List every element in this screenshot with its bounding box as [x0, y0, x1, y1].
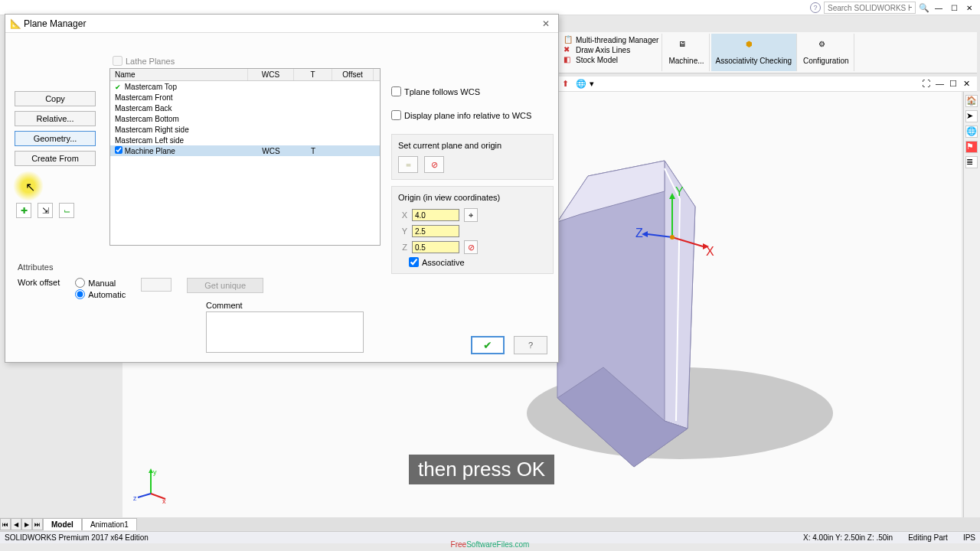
- origin-z-input[interactable]: [412, 241, 459, 253]
- plane-row[interactable]: Mastercam Left side: [110, 135, 380, 145]
- ribbon-item-axis[interactable]: ✖Draw Axis Lines: [564, 45, 658, 54]
- dialog-title: Plane Manager: [24, 18, 86, 29]
- plane-manager-dialog: 📐 Plane Manager ✕ Lathe Planes Copy Rela…: [5, 14, 559, 363]
- attributes-section: Attributes Work offset Manual Automatic …: [18, 262, 385, 299]
- window-max-icon[interactable]: ☐: [949, 79, 960, 90]
- tab-prev[interactable]: ◀: [11, 518, 21, 530]
- offset-value-input: [141, 278, 172, 292]
- arrow-icon[interactable]: ➤: [965, 110, 978, 122]
- search-icon[interactable]: 🔍: [919, 3, 929, 13]
- video-caption: then press OK: [409, 455, 554, 484]
- svg-text:x: x: [162, 497, 166, 505]
- maximize-icon[interactable]: ☐: [948, 2, 960, 13]
- copy-button[interactable]: Copy: [15, 91, 96, 106]
- tab-last[interactable]: ⏭: [32, 518, 43, 530]
- triad-icon[interactable]: ⬆: [562, 79, 573, 90]
- tab-first[interactable]: ⏮: [0, 518, 11, 530]
- plane-row[interactable]: Mastercam Bottom: [110, 113, 380, 124]
- ribbon-item-multithread[interactable]: 📋Multi-threading Manager: [564, 35, 658, 44]
- add-plane-icon[interactable]: ✚: [16, 203, 31, 218]
- globe-icon[interactable]: 🌐: [576, 79, 586, 90]
- comment-label: Comment: [206, 301, 364, 310]
- plane-row[interactable]: Mastercam Right side: [110, 124, 380, 135]
- flag-icon[interactable]: ⚑: [965, 141, 978, 153]
- svg-point-14: [670, 235, 675, 240]
- right-toolbar: 🏠 ➤ 🌐 ⚑ ≣: [963, 92, 980, 520]
- stock-icon: ◧: [564, 55, 573, 64]
- svg-text:y: y: [153, 468, 157, 476]
- dialog-titlebar[interactable]: 📐 Plane Manager ✕: [5, 15, 558, 33]
- svg-text:X: X: [706, 245, 714, 258]
- plane-row[interactable]: Mastercam Front: [110, 92, 380, 103]
- associative-checkbox[interactable]: Associative: [409, 257, 547, 267]
- automatic-radio[interactable]: Automatic: [75, 289, 126, 299]
- ribbon-config[interactable]: ⚙Configuration: [799, 34, 854, 71]
- minimize-icon[interactable]: —: [933, 2, 945, 13]
- plane-row[interactable]: Mastercam Back: [110, 103, 380, 113]
- thread-icon: 📋: [564, 35, 573, 44]
- col-name[interactable]: Name: [110, 69, 248, 80]
- close-icon[interactable]: ✕: [963, 2, 975, 13]
- svg-text:Z: Z: [635, 227, 643, 240]
- app-icon: 📐: [10, 18, 21, 29]
- display-plane-checkbox[interactable]: Display plane info relative to WCS: [391, 110, 554, 120]
- axis-icon: ✖: [564, 45, 573, 54]
- ribbon-machine[interactable]: 🖥Machine...: [664, 34, 709, 71]
- plane-row[interactable]: ✔ Mastercam Top: [110, 81, 380, 92]
- set-equal-button[interactable]: ＝: [398, 156, 418, 173]
- layers-icon[interactable]: ≣: [965, 156, 978, 168]
- axis-plane-icon[interactable]: ⌙: [59, 203, 74, 218]
- manual-radio[interactable]: Manual: [75, 278, 126, 288]
- origin-x-input[interactable]: [412, 209, 459, 221]
- tab-model[interactable]: Model: [43, 518, 82, 530]
- cursor-icon: ↖: [25, 180, 35, 194]
- set-current-group: Set current plane and origin ＝ ⊘: [391, 134, 554, 180]
- comment-textarea[interactable]: [206, 311, 364, 353]
- orientation-triad[interactable]: y x z: [132, 467, 170, 505]
- geometry-button[interactable]: Geometry...: [15, 131, 96, 146]
- align-plane-icon[interactable]: ⇲: [38, 203, 53, 218]
- dialog-close-icon[interactable]: ✕: [538, 18, 554, 29]
- config-icon: ⚙: [818, 40, 834, 55]
- view-toolbar: ⬆ 🌐 ▾ ⛶ — ☐ ✕: [559, 77, 977, 92]
- chevron-down-icon[interactable]: ▾: [590, 79, 594, 89]
- dialog-help-button[interactable]: ?: [514, 336, 547, 354]
- help-icon[interactable]: ?: [810, 2, 821, 13]
- tab-animation[interactable]: Animation1: [82, 518, 137, 530]
- get-unique-button: Get unique: [187, 278, 263, 293]
- machine-icon: 🖥: [678, 40, 694, 55]
- expand-icon[interactable]: ⛶: [922, 79, 933, 90]
- help-search-input[interactable]: [824, 2, 916, 14]
- set-cancel-button[interactable]: ⊘: [424, 156, 444, 173]
- create-from-button[interactable]: Create From: [15, 151, 96, 166]
- svg-line-20: [138, 494, 151, 497]
- ribbon-list: 📋Multi-threading Manager ✖Draw Axis Line…: [560, 34, 662, 71]
- work-offset-label: Work offset: [18, 278, 60, 287]
- origin-y-input[interactable]: [412, 225, 459, 237]
- ok-button[interactable]: ✔: [471, 336, 505, 354]
- watermark: FreeSoftwareFiles.com: [0, 540, 980, 551]
- title-bar: ? 🔍 — ☐ ✕: [0, 0, 980, 15]
- tplane-follows-checkbox[interactable]: Tplane follows WCS: [391, 86, 554, 96]
- pick-origin-icon[interactable]: ⌖: [464, 208, 478, 222]
- lathe-planes-checkbox[interactable]: Lathe Planes: [113, 56, 175, 66]
- planes-table[interactable]: Name WCS T Offset ✔ Mastercam Top Master…: [109, 68, 381, 246]
- ribbon-item-stock[interactable]: ◧Stock Model: [564, 55, 658, 64]
- plane-row[interactable]: Machine PlaneWCST: [110, 145, 380, 156]
- window-min-icon[interactable]: —: [936, 79, 946, 90]
- svg-text:z: z: [133, 494, 137, 502]
- svg-text:Y: Y: [675, 185, 684, 198]
- reset-origin-icon[interactable]: ⊘: [464, 240, 478, 254]
- ribbon-associativity[interactable]: ⬢Associativity Checking: [711, 34, 797, 71]
- relative-button[interactable]: Relative...: [15, 111, 96, 126]
- origin-group: Origin (in view coordinates) X⌖ Y Z⊘ Ass…: [391, 186, 554, 274]
- window-close-icon[interactable]: ✕: [963, 79, 974, 90]
- col-t[interactable]: T: [294, 69, 332, 80]
- assoc-icon: ⬢: [746, 40, 761, 55]
- home-icon[interactable]: 🏠: [965, 95, 978, 107]
- globe-side-icon[interactable]: 🌐: [965, 126, 978, 138]
- tab-next[interactable]: ▶: [21, 518, 32, 530]
- col-offset[interactable]: Offset: [332, 69, 374, 80]
- col-wcs[interactable]: WCS: [248, 69, 294, 80]
- ribbon: 📋Multi-threading Manager ✖Draw Axis Line…: [559, 32, 977, 73]
